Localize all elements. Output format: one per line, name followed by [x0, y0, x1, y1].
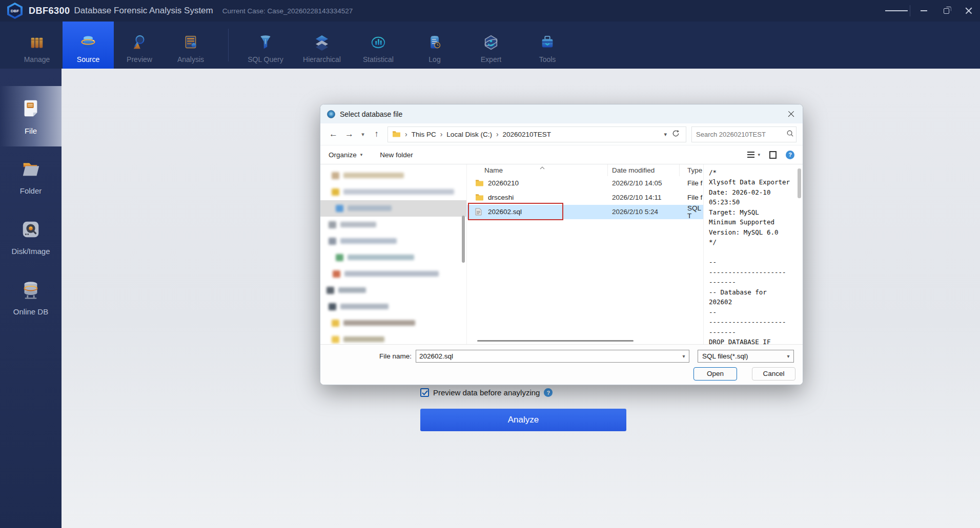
tab-statistical[interactable]: Statistical	[353, 22, 404, 69]
column-header-type[interactable]: Type	[680, 164, 703, 176]
up-arrow-icon[interactable]: ↑	[370, 128, 383, 141]
dialog-title: Select database file	[340, 110, 774, 118]
sidebar-item-disk-image[interactable]: Disk/Image	[0, 207, 62, 267]
tab-log-label: Log	[428, 55, 440, 64]
file-type-text: File f	[680, 191, 703, 205]
column-header-name[interactable]: Name	[467, 164, 608, 176]
sidebar-item-online-db-label: Online DB	[13, 307, 48, 316]
file-name-input[interactable]	[416, 352, 679, 360]
dialog-help-icon[interactable]: ?	[786, 151, 794, 159]
file-date-text: 2026/2/10 5:24	[608, 205, 680, 219]
magnifier-chart-icon	[132, 29, 147, 51]
preview-text-line: --	[709, 307, 795, 318]
tab-tools[interactable]: Tools	[522, 22, 573, 69]
close-button[interactable]	[957, 0, 980, 22]
new-folder-button[interactable]: New folder	[380, 151, 413, 159]
minimize-button[interactable]	[912, 0, 935, 22]
preview-checkbox-row: Preview data before anaylyzing ?	[420, 388, 553, 397]
breadcrumb-segment[interactable]: › Local Disk (C:)	[436, 130, 492, 138]
help-icon[interactable]: ?	[544, 388, 553, 397]
breadcrumb[interactable]: › This PC › Local Disk (C:) › 20260210TE…	[387, 126, 686, 142]
file-row[interactable]: drsceshi 2026/2/10 14:11 File f	[467, 191, 703, 205]
app-subtitle: Database Forensic Analysis System	[74, 6, 213, 16]
tab-hierarchical[interactable]: Hierarchical	[296, 22, 348, 69]
tab-preview[interactable]: Preview	[114, 22, 165, 69]
preview-text-line: -- Database for	[709, 287, 795, 298]
file-icon	[20, 97, 42, 122]
tab-source[interactable]: Source	[63, 22, 114, 69]
preview-text-line: Minimum Supported	[709, 217, 795, 227]
redacted-tree-item[interactable]	[320, 331, 466, 344]
redacted-tree-item[interactable]	[320, 266, 466, 282]
sidebar-item-file-label: File	[25, 126, 37, 135]
breadcrumb-segment[interactable]: › This PC	[401, 130, 436, 138]
preview-text-line: Version: MySQL 6.0	[709, 227, 795, 238]
file-row[interactable]: 20260210 2026/2/10 14:05 File f	[467, 176, 703, 191]
organize-menu[interactable]: Organize▾	[329, 151, 362, 159]
app-name: DBF6300	[29, 6, 70, 16]
tab-log[interactable]: Log	[409, 22, 460, 69]
file-type-text: SQL T	[680, 205, 703, 219]
list-view-icon[interactable]	[747, 152, 754, 158]
column-header-date-modified[interactable]: Date modified	[608, 164, 680, 176]
address-dropdown-chevron-icon[interactable]: ▾	[664, 131, 667, 138]
sql-file-icon	[475, 208, 484, 216]
search-input[interactable]	[696, 131, 786, 138]
checkmark-icon	[422, 390, 428, 395]
redacted-tree-item[interactable]	[320, 233, 466, 249]
open-button[interactable]: Open	[693, 367, 737, 381]
back-arrow-icon[interactable]: ←	[326, 128, 340, 141]
sidebar-item-online-db[interactable]: Online DB	[0, 267, 62, 328]
tab-sql-query-label: SQL Query	[248, 55, 283, 64]
forward-arrow-icon[interactable]: →	[342, 128, 356, 141]
breadcrumb-segment[interactable]: › 20260210TEST	[492, 130, 551, 138]
refresh-icon[interactable]	[672, 130, 680, 139]
horizontal-scrollbar[interactable]	[477, 340, 634, 342]
preview-pane-toggle-icon[interactable]	[769, 151, 777, 159]
books-icon	[29, 29, 45, 51]
sidebar-item-file[interactable]: File	[0, 86, 62, 146]
redacted-tree-item[interactable]	[320, 249, 466, 266]
maximize-button[interactable]	[935, 0, 957, 22]
file-type-chevron-icon: ▾	[783, 353, 793, 359]
file-type-select[interactable]: SQL files(*.sql) ▾	[698, 350, 794, 363]
chevron-down-icon: ▾	[360, 152, 363, 157]
redacted-tree-item[interactable]	[320, 217, 466, 233]
online-db-icon	[20, 279, 42, 303]
tab-manage[interactable]: Manage	[11, 22, 63, 69]
select-database-file-dialog: Select database file ← → ▾ ↑ › This PC ›	[320, 104, 803, 385]
places-tree-pane[interactable]	[320, 164, 466, 344]
app-titlebar: DBF DBF6300 Database Forensic Analysis S…	[0, 0, 980, 22]
tab-expert[interactable]: Expert	[465, 22, 517, 69]
cancel-button[interactable]: Cancel	[752, 367, 795, 381]
preview-text-line: */	[709, 237, 795, 247]
tab-sql-query[interactable]: SQL Query	[240, 22, 291, 69]
preview-scrollbar[interactable]	[798, 168, 801, 198]
dialog-close-button[interactable]	[779, 104, 803, 123]
titlebar-separator	[910, 5, 910, 16]
preview-data-checkbox[interactable]	[420, 388, 429, 397]
search-icon[interactable]	[786, 130, 794, 139]
redacted-tree-item[interactable]	[320, 315, 466, 331]
file-row[interactable]: 202602.sql 2026/2/10 5:24 SQL T	[467, 205, 703, 219]
sidebar-item-folder-label: Folder	[20, 186, 42, 195]
sidebar-item-folder[interactable]: Folder	[0, 146, 62, 207]
hamburger-menu-icon[interactable]	[885, 0, 908, 22]
preview-text-line: -------	[709, 327, 795, 337]
dialog-body: Name Date modified Type	[320, 164, 803, 344]
redacted-tree-item[interactable]	[320, 282, 466, 299]
analyze-button[interactable]: Analyze	[420, 409, 626, 431]
tab-analysis[interactable]: Analysis	[165, 22, 216, 69]
dialog-bottom-bar: File name: ▾ SQL files(*.sql) ▾ Open Can…	[320, 344, 803, 385]
sort-ascending-icon	[540, 163, 545, 171]
redacted-tree-item[interactable]	[320, 299, 466, 315]
file-name-dropdown-chevron-icon[interactable]: ▾	[679, 353, 689, 359]
sidebar-item-disk-image-label: Disk/Image	[11, 247, 50, 256]
view-options-chevron-icon[interactable]: ▾	[758, 152, 760, 157]
redacted-tree-item[interactable]	[320, 200, 466, 217]
breadcrumb-folder-icon	[392, 130, 401, 139]
folder-icon	[475, 194, 484, 201]
redacted-tree-item[interactable]	[320, 167, 466, 184]
redacted-tree-item[interactable]	[320, 184, 466, 200]
recent-locations-chevron-icon[interactable]: ▾	[358, 128, 368, 141]
